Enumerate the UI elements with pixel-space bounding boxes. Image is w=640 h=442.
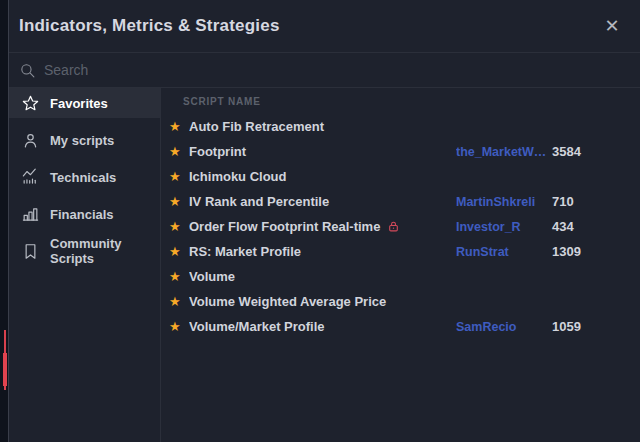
- sidebar-item-financials[interactable]: Financials: [9, 199, 160, 229]
- script-name-column-header: SCRIPT NAME: [161, 88, 640, 114]
- indicators-dialog: Indicators, Metrics & Strategies ✕ Favor…: [8, 0, 640, 442]
- script-row[interactable]: ★ Volume Weighted Average Price: [161, 289, 640, 314]
- script-name: Volume: [189, 269, 235, 284]
- sidebar: Favorites My scripts: [9, 88, 161, 442]
- script-author-link[interactable]: MartinShkreli: [456, 195, 552, 209]
- search-icon: [19, 62, 36, 79]
- script-row[interactable]: ★ Volume: [161, 264, 640, 289]
- search-bar[interactable]: [9, 52, 640, 88]
- search-input[interactable]: [44, 62, 640, 78]
- script-name: Ichimoku Cloud: [189, 169, 287, 184]
- person-icon: [21, 131, 40, 150]
- favorite-star-icon[interactable]: ★: [169, 270, 189, 283]
- script-name: Order Flow Footprint Real-time: [189, 219, 380, 234]
- sidebar-item-community-scripts[interactable]: Community Scripts: [9, 236, 160, 266]
- script-row[interactable]: ★ Volume/Market Profile SamRecio 1059: [161, 314, 640, 339]
- script-row[interactable]: ★ RS: Market Profile RunStrat 1309: [161, 239, 640, 264]
- sidebar-item-favorites[interactable]: Favorites: [9, 88, 160, 118]
- script-name: RS: Market Profile: [189, 244, 301, 259]
- background-chart-sliver: [0, 0, 8, 442]
- dialog-title: Indicators, Metrics & Strategies: [19, 16, 280, 36]
- script-name: Volume Weighted Average Price: [189, 294, 386, 309]
- favorite-star-icon[interactable]: ★: [169, 220, 189, 233]
- script-author-link[interactable]: Investor_R: [456, 220, 552, 234]
- favorite-star-icon[interactable]: ★: [169, 320, 189, 333]
- script-author-link[interactable]: RunStrat: [456, 245, 552, 259]
- sidebar-item-label: Financials: [50, 207, 114, 222]
- bookmark-icon: [21, 242, 40, 261]
- script-row[interactable]: ★ Ichimoku Cloud: [161, 164, 640, 189]
- sidebar-item-label: My scripts: [50, 133, 114, 148]
- sidebar-item-label: Community Scripts: [50, 236, 160, 266]
- sidebar-item-label: Technicals: [50, 170, 116, 185]
- indicator-line-icon: [21, 168, 40, 187]
- script-usage-count: 1059: [552, 319, 640, 334]
- candlestick-body: [3, 353, 7, 386]
- favorite-star-icon[interactable]: ★: [169, 195, 189, 208]
- favorite-star-icon[interactable]: ★: [169, 170, 189, 183]
- script-row[interactable]: ★ Footprint the_MarketW… 3584: [161, 139, 640, 164]
- script-author-link[interactable]: the_MarketW…: [456, 145, 552, 159]
- lock-icon: [387, 220, 400, 233]
- favorite-star-icon[interactable]: ★: [169, 295, 189, 308]
- script-row[interactable]: ★ Auto Fib Retracement: [161, 114, 640, 139]
- screen: Indicators, Metrics & Strategies ✕ Favor…: [0, 0, 640, 442]
- script-name: Volume/Market Profile: [189, 319, 325, 334]
- favorite-star-icon[interactable]: ★: [169, 120, 189, 133]
- sidebar-item-my-scripts[interactable]: My scripts: [9, 125, 160, 155]
- scripts-list: SCRIPT NAME ★ Auto Fib Retracement ★ Foo…: [161, 88, 640, 442]
- favorite-star-icon[interactable]: ★: [169, 145, 189, 158]
- script-name: IV Rank and Percentile: [189, 194, 329, 209]
- script-row[interactable]: ★ IV Rank and Percentile MartinShkreli 7…: [161, 189, 640, 214]
- sidebar-item-label: Favorites: [50, 96, 108, 111]
- star-outline-icon: [21, 94, 40, 113]
- script-usage-count: 1309: [552, 244, 640, 259]
- script-row[interactable]: ★ Order Flow Footprint Real-time Investo…: [161, 214, 640, 239]
- script-name: Footprint: [189, 144, 246, 159]
- script-author-link[interactable]: SamRecio: [456, 320, 552, 334]
- close-icon[interactable]: ✕: [598, 12, 626, 40]
- dialog-titlebar: Indicators, Metrics & Strategies ✕: [9, 0, 640, 52]
- script-name: Auto Fib Retracement: [189, 119, 324, 134]
- dialog-body: Favorites My scripts: [9, 88, 640, 442]
- script-usage-count: 434: [552, 219, 640, 234]
- script-usage-count: 710: [552, 194, 640, 209]
- favorite-star-icon[interactable]: ★: [169, 245, 189, 258]
- bar-chart-icon: [21, 205, 40, 224]
- sidebar-item-technicals[interactable]: Technicals: [9, 162, 160, 192]
- script-usage-count: 3584: [552, 144, 640, 159]
